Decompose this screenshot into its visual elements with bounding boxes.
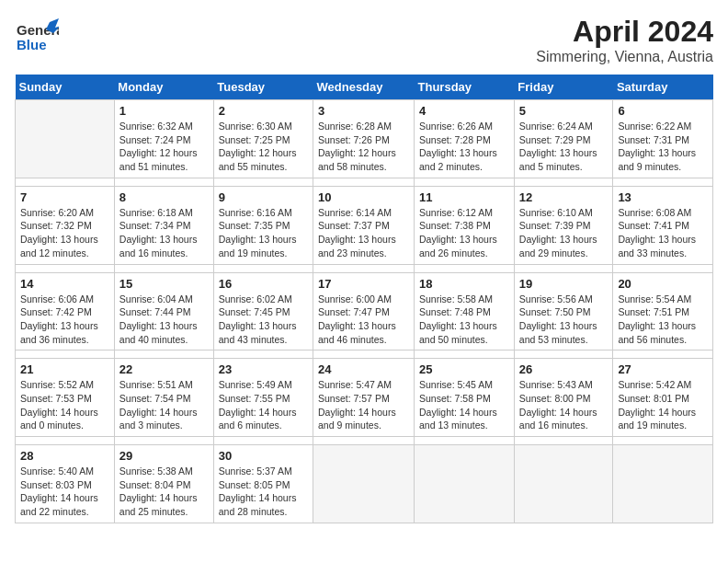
calendar-week-row: 21Sunrise: 5:52 AM Sunset: 7:53 PM Dayli… xyxy=(16,359,713,437)
day-number: 20 xyxy=(618,277,708,291)
day-number: 30 xyxy=(219,449,308,463)
day-detail: Sunrise: 6:08 AM Sunset: 7:41 PM Dayligh… xyxy=(618,206,708,260)
table-row: 10Sunrise: 6:14 AM Sunset: 7:37 PM Dayli… xyxy=(313,186,415,264)
calendar-week-row: 14Sunrise: 6:06 AM Sunset: 7:42 PM Dayli… xyxy=(16,272,713,350)
day-detail: Sunrise: 5:58 AM Sunset: 7:48 PM Dayligh… xyxy=(419,293,509,347)
table-row: 1Sunrise: 6:32 AM Sunset: 7:24 PM Daylig… xyxy=(114,100,213,178)
day-number: 16 xyxy=(219,277,308,291)
day-detail: Sunrise: 6:14 AM Sunset: 7:37 PM Dayligh… xyxy=(318,206,409,260)
header-sunday: Sunday xyxy=(16,75,115,100)
day-detail: Sunrise: 5:38 AM Sunset: 8:04 PM Dayligh… xyxy=(119,465,209,519)
day-number: 5 xyxy=(519,104,609,118)
table-row: 22Sunrise: 5:51 AM Sunset: 7:54 PM Dayli… xyxy=(114,359,213,437)
day-detail: Sunrise: 6:18 AM Sunset: 7:34 PM Dayligh… xyxy=(119,206,209,260)
table-row: 8Sunrise: 6:18 AM Sunset: 7:34 PM Daylig… xyxy=(114,186,213,264)
page-subtitle: Simmering, Vienna, Austria xyxy=(536,49,713,65)
table-row: 17Sunrise: 6:00 AM Sunset: 7:47 PM Dayli… xyxy=(313,272,415,350)
day-detail: Sunrise: 5:49 AM Sunset: 7:55 PM Dayligh… xyxy=(219,378,308,432)
day-detail: Sunrise: 5:56 AM Sunset: 7:50 PM Dayligh… xyxy=(519,293,609,347)
day-number: 25 xyxy=(419,362,509,376)
table-row: 27Sunrise: 5:42 AM Sunset: 8:01 PM Dayli… xyxy=(613,359,713,437)
day-number: 2 xyxy=(219,104,308,118)
header-tuesday: Tuesday xyxy=(213,75,313,100)
day-detail: Sunrise: 6:22 AM Sunset: 7:31 PM Dayligh… xyxy=(618,120,708,174)
day-detail: Sunrise: 5:37 AM Sunset: 8:05 PM Dayligh… xyxy=(219,465,308,519)
table-row: 30Sunrise: 5:37 AM Sunset: 8:05 PM Dayli… xyxy=(213,445,313,523)
week-separator xyxy=(16,178,713,186)
table-row: 2Sunrise: 6:30 AM Sunset: 7:25 PM Daylig… xyxy=(213,100,313,178)
table-row: 29Sunrise: 5:38 AM Sunset: 8:04 PM Dayli… xyxy=(114,445,213,523)
table-row xyxy=(313,445,415,523)
day-number: 14 xyxy=(20,277,109,291)
day-number: 4 xyxy=(419,104,509,118)
day-number: 6 xyxy=(618,104,708,118)
day-detail: Sunrise: 6:16 AM Sunset: 7:35 PM Dayligh… xyxy=(219,206,308,260)
day-number: 18 xyxy=(419,277,509,291)
svg-text:Blue: Blue xyxy=(17,37,47,52)
day-detail: Sunrise: 5:42 AM Sunset: 8:01 PM Dayligh… xyxy=(618,378,708,432)
day-number: 11 xyxy=(419,190,509,204)
table-row xyxy=(613,445,713,523)
week-separator xyxy=(16,264,713,272)
day-detail: Sunrise: 5:47 AM Sunset: 7:57 PM Dayligh… xyxy=(318,378,409,432)
day-detail: Sunrise: 6:24 AM Sunset: 7:29 PM Dayligh… xyxy=(519,120,609,174)
day-number: 24 xyxy=(318,362,409,376)
day-number: 23 xyxy=(219,362,308,376)
table-row xyxy=(415,445,515,523)
header-monday: Monday xyxy=(114,75,213,100)
calendar-week-row: 28Sunrise: 5:40 AM Sunset: 8:03 PM Dayli… xyxy=(16,445,713,523)
day-number: 12 xyxy=(519,190,609,204)
day-number: 26 xyxy=(519,362,609,376)
title-block: April 2024 Simmering, Vienna, Austria xyxy=(536,15,713,65)
day-number: 19 xyxy=(519,277,609,291)
day-number: 9 xyxy=(219,190,308,204)
table-row: 24Sunrise: 5:47 AM Sunset: 7:57 PM Dayli… xyxy=(313,359,415,437)
table-row: 19Sunrise: 5:56 AM Sunset: 7:50 PM Dayli… xyxy=(514,272,613,350)
day-detail: Sunrise: 6:00 AM Sunset: 7:47 PM Dayligh… xyxy=(318,293,409,347)
header-thursday: Thursday xyxy=(415,75,515,100)
day-detail: Sunrise: 6:30 AM Sunset: 7:25 PM Dayligh… xyxy=(219,120,308,174)
table-row: 9Sunrise: 6:16 AM Sunset: 7:35 PM Daylig… xyxy=(213,186,313,264)
day-number: 3 xyxy=(318,104,409,118)
day-detail: Sunrise: 6:32 AM Sunset: 7:24 PM Dayligh… xyxy=(119,120,209,174)
day-number: 10 xyxy=(318,190,409,204)
day-number: 15 xyxy=(119,277,209,291)
table-row: 7Sunrise: 6:20 AM Sunset: 7:32 PM Daylig… xyxy=(16,186,115,264)
page-title: April 2024 xyxy=(536,15,713,49)
header-friday: Friday xyxy=(514,75,613,100)
day-number: 13 xyxy=(618,190,708,204)
day-number: 7 xyxy=(20,190,109,204)
table-row: 28Sunrise: 5:40 AM Sunset: 8:03 PM Dayli… xyxy=(16,445,115,523)
table-row xyxy=(514,445,613,523)
day-number: 21 xyxy=(20,362,109,376)
table-row: 26Sunrise: 5:43 AM Sunset: 8:00 PM Dayli… xyxy=(514,359,613,437)
table-row: 11Sunrise: 6:12 AM Sunset: 7:38 PM Dayli… xyxy=(415,186,515,264)
logo-icon: General Blue xyxy=(15,15,59,59)
table-row: 25Sunrise: 5:45 AM Sunset: 7:58 PM Dayli… xyxy=(415,359,515,437)
day-detail: Sunrise: 6:10 AM Sunset: 7:39 PM Dayligh… xyxy=(519,206,609,260)
week-separator xyxy=(16,437,713,445)
table-row: 14Sunrise: 6:06 AM Sunset: 7:42 PM Dayli… xyxy=(16,272,115,350)
calendar-table: Sunday Monday Tuesday Wednesday Thursday… xyxy=(15,75,713,523)
day-number: 17 xyxy=(318,277,409,291)
table-row: 21Sunrise: 5:52 AM Sunset: 7:53 PM Dayli… xyxy=(16,359,115,437)
day-detail: Sunrise: 5:43 AM Sunset: 8:00 PM Dayligh… xyxy=(519,378,609,432)
day-number: 1 xyxy=(119,104,209,118)
week-separator xyxy=(16,350,713,359)
table-row: 18Sunrise: 5:58 AM Sunset: 7:48 PM Dayli… xyxy=(415,272,515,350)
day-detail: Sunrise: 5:40 AM Sunset: 8:03 PM Dayligh… xyxy=(20,465,109,519)
table-row: 12Sunrise: 6:10 AM Sunset: 7:39 PM Dayli… xyxy=(514,186,613,264)
table-row: 20Sunrise: 5:54 AM Sunset: 7:51 PM Dayli… xyxy=(613,272,713,350)
day-detail: Sunrise: 6:26 AM Sunset: 7:28 PM Dayligh… xyxy=(419,120,509,174)
logo: General Blue xyxy=(15,15,59,59)
calendar-week-row: 7Sunrise: 6:20 AM Sunset: 7:32 PM Daylig… xyxy=(16,186,713,264)
day-number: 8 xyxy=(119,190,209,204)
day-detail: Sunrise: 5:51 AM Sunset: 7:54 PM Dayligh… xyxy=(119,378,209,432)
day-detail: Sunrise: 6:04 AM Sunset: 7:44 PM Dayligh… xyxy=(119,293,209,347)
day-detail: Sunrise: 6:02 AM Sunset: 7:45 PM Dayligh… xyxy=(219,293,308,347)
table-row: 3Sunrise: 6:28 AM Sunset: 7:26 PM Daylig… xyxy=(313,100,415,178)
day-detail: Sunrise: 6:12 AM Sunset: 7:38 PM Dayligh… xyxy=(419,206,509,260)
table-row: 5Sunrise: 6:24 AM Sunset: 7:29 PM Daylig… xyxy=(514,100,613,178)
day-detail: Sunrise: 5:52 AM Sunset: 7:53 PM Dayligh… xyxy=(20,378,109,432)
header-saturday: Saturday xyxy=(613,75,713,100)
